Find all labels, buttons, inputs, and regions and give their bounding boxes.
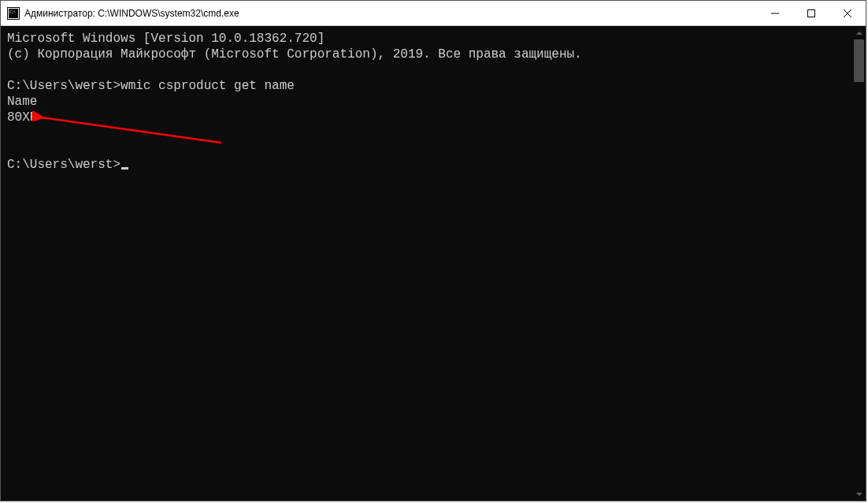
cmd-window: C:\ Администратор: C:\WINDOWS\system32\c… <box>0 0 866 501</box>
terminal-output[interactable]: Microsoft Windows [Version 10.0.18362.72… <box>1 26 851 501</box>
svg-marker-11 <box>856 493 862 496</box>
svg-text:C:\: C:\ <box>9 9 16 14</box>
terminal-line: Name <box>7 94 845 110</box>
terminal-client-area: Microsoft Windows [Version 10.0.18362.72… <box>1 26 866 501</box>
window-title: Администратор: C:\WINDOWS\system32\cmd.e… <box>24 8 239 19</box>
vertical-scrollbar[interactable] <box>852 26 866 501</box>
scroll-thumb[interactable] <box>854 39 864 82</box>
titlebar[interactable]: C:\ Администратор: C:\WINDOWS\system32\c… <box>1 1 866 26</box>
minimize-button[interactable] <box>757 1 793 26</box>
svg-rect-5 <box>808 9 815 17</box>
terminal-line: (c) Корпорация Майкрософт (Microsoft Cor… <box>7 47 845 62</box>
terminal-line: 80XR <box>7 110 845 125</box>
terminal-line: C:\Users\werst>wmic csproduct get name <box>7 78 845 94</box>
scroll-track[interactable] <box>852 39 866 487</box>
scroll-up-button[interactable] <box>852 26 866 39</box>
scroll-down-button[interactable] <box>852 487 866 501</box>
terminal-line: Microsoft Windows [Version 10.0.18362.72… <box>7 31 845 47</box>
svg-marker-10 <box>856 32 862 35</box>
maximize-button[interactable] <box>793 1 829 26</box>
cursor <box>121 167 128 170</box>
cmd-icon: C:\ <box>7 7 20 20</box>
terminal-line <box>7 62 845 78</box>
close-button[interactable] <box>829 1 866 26</box>
terminal-line <box>7 141 845 157</box>
terminal-line: C:\Users\werst> <box>7 157 845 173</box>
terminal-line <box>7 125 845 141</box>
